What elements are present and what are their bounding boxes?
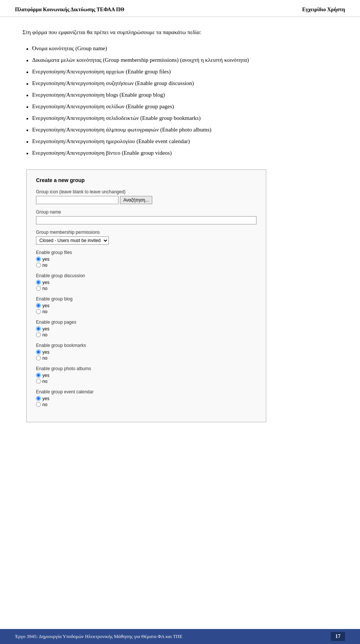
header-right-title: Εγχειρίδιο Χρήστη — [302, 7, 345, 13]
form-row-radio-5: Enable group photo albumsyesno — [36, 366, 256, 384]
intro-paragraph: Στη φόρμα που εμφανίζεται θα πρέπει να σ… — [22, 28, 338, 37]
bullet-item: Ενεργοποίηση/Απενεργοποίηση συζητήσεων (… — [26, 79, 338, 88]
radio-label-no-5[interactable]: no — [36, 379, 256, 384]
group-name-input[interactable] — [36, 216, 256, 224]
radio-input-no-1[interactable] — [36, 286, 41, 291]
radio-label-no-1[interactable]: no — [36, 286, 256, 291]
form-row-name: Group name — [36, 209, 256, 224]
radio-label-yes-6[interactable]: yes — [36, 396, 256, 401]
form-row-radio-0: Enable group filesyesno — [36, 250, 256, 268]
bullet-item: Ενεργοποίηση/Απενεργοποίηση σελιδοδεικτώ… — [26, 114, 338, 123]
radio-input-yes-6[interactable] — [36, 396, 41, 401]
radio-label-yes-0[interactable]: yes — [36, 257, 256, 262]
radio-label-no-0[interactable]: no — [36, 263, 256, 268]
page-number: 17 — [331, 632, 345, 641]
radio-label-yes-2[interactable]: yes — [36, 303, 256, 308]
radio-input-yes-3[interactable] — [36, 326, 41, 331]
form-row-radio-6: Enable group event calendaryesno — [36, 389, 256, 407]
radio-group-1: yesno — [36, 280, 256, 291]
radio-input-yes-0[interactable] — [36, 257, 41, 261]
form-title: Create a new group — [36, 177, 256, 183]
radio-input-no-0[interactable] — [36, 263, 41, 267]
bullet-item: Ενεργοποίηση/Απενεργοποίηση αρχείων (Ena… — [26, 67, 338, 77]
page-header: Πλατφόρμα Κοινωνικής Δικτύωσης ΤΕΦΑΑ ΠΘ … — [0, 0, 360, 17]
radio-label-yes-5[interactable]: yes — [36, 373, 256, 378]
radio-label-yes-3[interactable]: yes — [36, 326, 256, 332]
radio-group-0: yesno — [36, 257, 256, 268]
radio-label-no-6[interactable]: no — [36, 402, 256, 407]
radio-section-label-4: Enable group bookmarks — [36, 343, 256, 348]
form-row-radio-4: Enable group bookmarksyesno — [36, 343, 256, 361]
radio-section-label-3: Enable group pages — [36, 320, 256, 325]
radio-group-5: yesno — [36, 373, 256, 384]
main-content: Στη φόρμα που εμφανίζεται θα πρέπει να σ… — [0, 17, 360, 430]
form-row-radio-2: Enable group blogyesno — [36, 296, 256, 314]
radio-input-no-4[interactable] — [36, 356, 41, 360]
icon-input[interactable] — [36, 196, 118, 204]
radio-label-yes-4[interactable]: yes — [36, 350, 256, 355]
radio-group-6: yesno — [36, 396, 256, 407]
page-footer: Έργο 3945: Δημιουργία Υποδομών Ηλεκτρονι… — [0, 629, 360, 644]
footer-text: Έργο 3945: Δημιουργία Υποδομών Ηλεκτρονι… — [15, 634, 182, 640]
radio-sections-container: Enable group filesyesnoEnable group disc… — [36, 250, 256, 407]
radio-section-label-5: Enable group photo albums — [36, 366, 256, 371]
bullet-item: Ενεργοποίηση/Απενεργοποίηση σελίδων (Ena… — [26, 102, 338, 112]
bullet-item: Ενεργοποίηση/Απενεργοποίηση blogs (Enabl… — [26, 91, 338, 100]
radio-input-yes-1[interactable] — [36, 280, 41, 285]
radio-label-no-3[interactable]: no — [36, 332, 256, 338]
radio-section-label-6: Enable group event calendar — [36, 389, 256, 394]
radio-group-4: yesno — [36, 350, 256, 361]
radio-section-label-1: Enable group discussion — [36, 273, 256, 278]
icon-label: Group icon (leave blank to leave unchang… — [36, 189, 256, 194]
bullet-item: Όνομα κοινότητας (Group name) — [26, 44, 338, 54]
radio-section-label-2: Enable group blog — [36, 296, 256, 302]
group-name-label: Group name — [36, 209, 256, 215]
form-row-membership: Group membership permissions Closed - Us… — [36, 230, 256, 245]
radio-group-2: yesno — [36, 303, 256, 314]
membership-select[interactable]: Closed - Users must be invitedOpen - Any… — [36, 236, 109, 245]
create-group-form: Create a new group Group icon (leave bla… — [26, 169, 266, 422]
radio-group-3: yesno — [36, 326, 256, 338]
radio-input-no-2[interactable] — [36, 309, 41, 314]
radio-input-yes-5[interactable] — [36, 373, 41, 378]
radio-input-yes-2[interactable] — [36, 303, 41, 308]
form-row-icon: Group icon (leave blank to leave unchang… — [36, 189, 256, 204]
radio-label-yes-1[interactable]: yes — [36, 280, 256, 285]
bullet-item: Δικαιώματα μελών κοινότητας (Group membe… — [26, 56, 338, 65]
membership-label: Group membership permissions — [36, 230, 256, 235]
browse-button[interactable]: Αναζήτηση... — [120, 196, 152, 204]
radio-label-no-4[interactable]: no — [36, 356, 256, 361]
form-row-radio-1: Enable group discussionyesno — [36, 273, 256, 291]
radio-input-no-6[interactable] — [36, 402, 41, 407]
bullet-item: Ενεργοποίηση/Απενεργοποίηση άλμπουμ φωτο… — [26, 126, 338, 135]
radio-section-label-0: Enable group files — [36, 250, 256, 255]
feature-list: Όνομα κοινότητας (Group name)Δικαιώματα … — [22, 44, 338, 158]
radio-input-no-5[interactable] — [36, 379, 41, 384]
radio-label-no-2[interactable]: no — [36, 309, 256, 314]
form-row-radio-3: Enable group pagesyesno — [36, 320, 256, 338]
bullet-item: Ενεργοποίηση/Απενεργοποίηση ημερολογίου … — [26, 137, 338, 146]
radio-input-yes-4[interactable] — [36, 350, 41, 354]
header-left-title: Πλατφόρμα Κοινωνικής Δικτύωσης ΤΕΦΑΑ ΠΘ — [15, 7, 124, 13]
bullet-item: Ενεργοποίηση/Απενεργοποίηση βίντεο (Enab… — [26, 149, 338, 158]
radio-input-no-3[interactable] — [36, 332, 41, 337]
